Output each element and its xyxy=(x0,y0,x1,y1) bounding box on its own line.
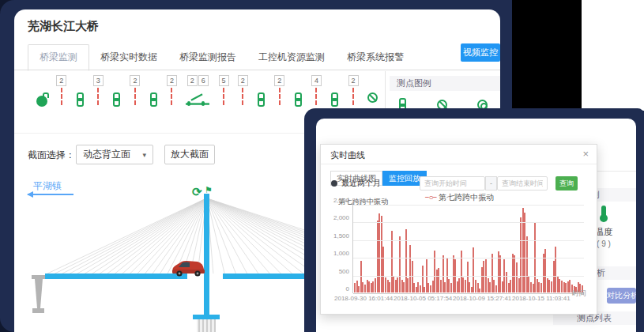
x-tick-label: 2018-09-30 16:01:44 xyxy=(334,295,393,302)
x-tick-label: 2018-10-15 11:03:41 xyxy=(512,295,571,302)
compare-analysis-button[interactable]: 对比分析 xyxy=(607,288,636,304)
tab-3[interactable]: 工控机资源监测 xyxy=(247,45,336,70)
dialog-title: 实时曲线 xyxy=(330,149,365,161)
dialog-header: 实时曲线 × xyxy=(321,145,597,164)
ban-sensor[interactable] xyxy=(367,75,378,103)
chart-x-axis-title: 时间 xyxy=(572,289,586,299)
dash-sensor[interactable]: 2 xyxy=(56,75,66,105)
chain-sensor[interactable] xyxy=(149,75,158,107)
flag-sensor-icon: ⚑ xyxy=(205,185,213,194)
y-tick-label: 0 xyxy=(322,285,349,292)
close-icon[interactable]: × xyxy=(582,148,589,160)
query-button[interactable]: 查询 xyxy=(555,176,578,191)
chain-icon xyxy=(294,92,303,107)
dash-sensor[interactable]: 2 xyxy=(238,75,248,105)
sensor-count-badge: 2 xyxy=(56,75,66,86)
chart-plot[interactable] xyxy=(352,205,583,293)
dash-sensor[interactable]: 2 xyxy=(274,75,284,105)
chain-icon xyxy=(149,92,158,107)
tab-1[interactable]: 桥梁实时数据 xyxy=(89,45,168,70)
dash-icon xyxy=(171,88,172,105)
thermometer-icon xyxy=(601,206,606,217)
legend-label: 第七跨跨中振动 xyxy=(439,193,494,202)
gridline xyxy=(353,258,584,258)
tab-0[interactable]: 桥梁监测 xyxy=(28,44,89,71)
dash-sensor[interactable]: 2 xyxy=(130,75,140,105)
legend-panel-header: 测点图例 xyxy=(390,76,500,91)
radio-icon xyxy=(331,180,337,187)
white-backdrop xyxy=(582,0,644,111)
gridline xyxy=(353,276,584,277)
y-tick-label: 1,500 xyxy=(322,232,349,240)
tabbar-divider xyxy=(14,70,500,70)
chain-sensor[interactable] xyxy=(330,75,339,107)
dash-icon xyxy=(134,88,136,105)
black-backdrop xyxy=(512,0,582,111)
x-tick-label: 2018-10-05 05:17:54 xyxy=(394,295,452,302)
gridline xyxy=(353,240,584,241)
main-tabbar: 桥梁监测桥梁实时数据桥梁监测报告工控机资源监测桥梁系统报警 xyxy=(28,46,488,70)
gridline xyxy=(353,205,584,206)
chain-icon xyxy=(76,92,85,107)
y-tick-label: 2,000 xyxy=(322,214,349,221)
sensor-count-badge: 2 xyxy=(187,75,198,86)
weight-icon xyxy=(36,96,47,107)
sensor-count-badge: 2 xyxy=(130,75,140,86)
chart-x-axis-labels: 2018-09-30 16:01:442018-10-05 05:17:5420… xyxy=(352,295,589,303)
chain-sensor[interactable] xyxy=(76,75,85,107)
sensor-count-badge: 2 xyxy=(348,75,359,86)
chevron-down-icon: ▾ xyxy=(142,151,146,159)
chain-sensor[interactable] xyxy=(294,75,303,107)
section-select-dropdown[interactable]: 动态背立面 ▾ xyxy=(76,145,153,164)
chain-icon xyxy=(112,92,121,107)
weight-sensor[interactable] xyxy=(36,75,47,107)
sensor-count-badge: 4 xyxy=(311,75,322,86)
bridge-sensor[interactable]: 26 xyxy=(186,75,209,111)
dash-sensor[interactable]: 4 xyxy=(311,75,322,105)
ban-icon xyxy=(367,92,378,103)
section-select-value: 动态背立面 xyxy=(83,148,130,161)
tab-4[interactable]: 桥梁系统报警 xyxy=(336,45,415,70)
chart-bars xyxy=(354,205,583,292)
sensor-count-badge: 5 xyxy=(219,75,229,86)
dash-icon xyxy=(97,88,99,105)
sensor-count-badge: 2 xyxy=(238,75,248,86)
enlarge-section-button[interactable]: 放大截面 xyxy=(164,145,215,164)
deck-gap-right xyxy=(209,274,223,279)
gridline xyxy=(353,222,584,223)
recent-two-months-radio[interactable]: 最近两个月 xyxy=(331,178,381,189)
dash-icon xyxy=(315,88,317,105)
dash-sensor[interactable]: 5 xyxy=(219,75,229,105)
query-end-time-input[interactable] xyxy=(497,176,548,191)
dash-icon xyxy=(352,88,354,105)
chain-sensor[interactable] xyxy=(257,75,266,107)
dash-icon xyxy=(61,88,62,105)
dash-sensor[interactable]: 2 xyxy=(167,75,177,105)
chain-sensor[interactable] xyxy=(112,75,121,107)
dash-sensor[interactable]: 3 xyxy=(93,75,104,105)
y-tick-label: 2,500 xyxy=(322,197,349,204)
dash-icon xyxy=(279,88,281,105)
screen: 芜湖长江大桥 桥梁监测桥梁实时数据桥梁监测报告工控机资源监测桥梁系统报警 视频监… xyxy=(0,0,644,332)
page-title: 芜湖长江大桥 xyxy=(28,19,99,34)
sensor-count-badge: 3 xyxy=(93,75,104,86)
pier-body xyxy=(197,319,216,332)
bridge-tower xyxy=(204,194,209,315)
dash-sensor[interactable]: 2 xyxy=(348,75,359,105)
abutment xyxy=(32,275,45,313)
tab-2[interactable]: 桥梁监测报告 xyxy=(168,45,247,70)
legend-marker-icon: −○− xyxy=(425,193,437,202)
chain-icon xyxy=(330,92,339,107)
dash-icon xyxy=(242,88,243,105)
chart-y-axis-labels: 05001,0001,5002,0002,500 xyxy=(322,200,351,289)
sensor-count-badge: 2 xyxy=(167,75,177,86)
y-tick-label: 1,000 xyxy=(322,250,349,257)
section-select-label: 截面选择： xyxy=(28,149,75,162)
x-tick-label: 2018-10-09 15:27:41 xyxy=(453,295,511,302)
bridge-icon xyxy=(186,96,209,111)
realtime-curve-dialog: 实时曲线 × 实时曲线图 监控回放 最近两个月 - 查询 −○− 第七跨跨中振动… xyxy=(320,144,597,315)
gridline xyxy=(353,293,584,294)
video-monitor-button[interactable]: 视频监控 xyxy=(461,43,500,62)
rotation-sensor-icon: ⟳ xyxy=(192,185,202,198)
query-start-time-input[interactable] xyxy=(420,176,485,191)
